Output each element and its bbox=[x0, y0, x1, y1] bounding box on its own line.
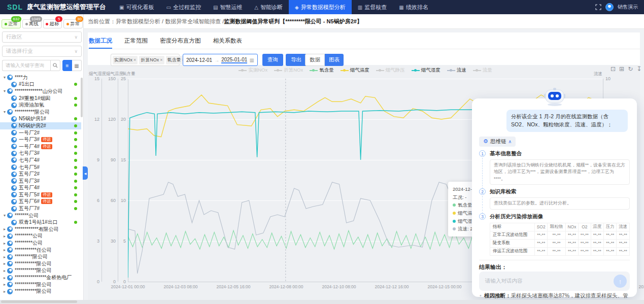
tree-expander-icon[interactable]: ▸ bbox=[2, 255, 7, 259]
tree-node-xxxx力[interactable]: ▾****力 bbox=[0, 74, 81, 81]
status-filter-超标[interactable]: 超标5 bbox=[43, 19, 62, 28]
zoom-reset-icon[interactable]: ⊞ bbox=[619, 65, 624, 73]
legend-烟气湿度[interactable]: 烟气湿度 bbox=[412, 67, 440, 74]
avatar[interactable] bbox=[605, 3, 614, 11]
nav-item-智慧运维[interactable]: ▤智慧运维 bbox=[207, 0, 248, 14]
legend-烟气温度[interactable]: 烟气温度 bbox=[341, 67, 369, 74]
export-button[interactable]: 导出 bbox=[286, 54, 307, 66]
nav-item-可视化看板[interactable]: ▣可视化看板 bbox=[113, 0, 160, 14]
chat-input[interactable]: 请输入对话内容 ↑ bbox=[479, 272, 630, 291]
tree-expander-icon[interactable]: ▸ bbox=[2, 261, 7, 266]
tree-expander-icon[interactable]: ▸ bbox=[2, 289, 7, 294]
tab-密度分布直方图[interactable]: 密度分布直方图 bbox=[160, 32, 201, 49]
tree-node-xxxxxxxxx公司[interactable]: ▸*********公司 bbox=[0, 233, 81, 240]
tree-node-xxxxxxxxxxxxxx山分公司[interactable]: ▾**************山分公司 bbox=[0, 88, 81, 95]
tab-相关系数表[interactable]: 相关系数表 bbox=[213, 32, 243, 49]
indicator-multiselect[interactable]: 实测NOx×折算NOx×氧含量×... bbox=[111, 54, 180, 66]
tree-node-五号厂4#[interactable]: 五号厂4# bbox=[0, 185, 81, 192]
tree-expander-icon[interactable]: ▸ bbox=[2, 227, 7, 231]
tag-remove-icon[interactable]: × bbox=[133, 57, 136, 62]
tree-expander-icon[interactable]: ▾ bbox=[2, 75, 7, 80]
legend-氧含量[interactable]: 氧含量 bbox=[310, 67, 334, 74]
user-name[interactable]: 销售演示 bbox=[618, 4, 638, 11]
tree-node-五号厂5#[interactable]: 五号厂5#停运 bbox=[0, 191, 81, 198]
tab-数据工况[interactable]: 数据工况 bbox=[89, 32, 112, 49]
tree-node-xxxxxxxxx公司[interactable]: ▸*********公司 bbox=[0, 240, 81, 247]
grid-view-button[interactable]: ▦ bbox=[72, 60, 82, 71]
nav-item-异常数据模型分析[interactable]: ◈异常数据模型分析 bbox=[289, 0, 352, 14]
tree-expander-icon[interactable]: ▸ bbox=[2, 282, 7, 287]
legend-流速[interactable]: 流速 bbox=[447, 67, 466, 74]
tree-node-xxxxxxxxxxx限公司[interactable]: ▸***********限公司 bbox=[0, 267, 81, 275]
tree-node-xxxxxxxxxxx限公司[interactable]: ▸***********限公司 bbox=[0, 260, 81, 267]
tree-node-七号厂3#[interactable]: 七号厂3# bbox=[0, 150, 81, 157]
chain-of-thought-toggle[interactable]: ⚙ 思维链 ∧ bbox=[479, 137, 516, 147]
tree-node-#1出口[interactable]: #1出口 bbox=[0, 81, 81, 88]
tree-node-xxxxxxxxxxx限公司[interactable]: ▸***********限公司 bbox=[0, 281, 81, 288]
tree-node-润滑油加氢[interactable]: 润滑油加氢 bbox=[0, 102, 81, 109]
date-start[interactable]: 2024-12-01 bbox=[186, 57, 212, 63]
refresh-icon[interactable]: ↻ bbox=[628, 65, 633, 73]
legend-实测NOx[interactable]: 实测NOx bbox=[239, 67, 267, 74]
tree-node-N5锅炉房2#[interactable]: N5锅炉房2# bbox=[0, 122, 81, 129]
status-filter-正常[interactable]: 正常632 bbox=[2, 19, 21, 28]
tree-node-七号厂4#[interactable]: 七号厂4# bbox=[0, 157, 81, 164]
company-icon bbox=[7, 88, 13, 94]
tree-node-xxxxxxx公司[interactable]: ▾*******公司 bbox=[0, 212, 81, 219]
tree-node-xxxxxxxxxx限公司[interactable]: ▾**********限公司 bbox=[0, 109, 81, 116]
tree-node-xxxxxxxxxxx限公司[interactable]: ▸***********限公司 bbox=[0, 288, 81, 295]
legend-烟气静压[interactable]: 烟气静压 bbox=[376, 67, 405, 74]
region-select[interactable]: 行政区 ∨ bbox=[2, 31, 82, 43]
tree-expander-icon[interactable]: ▾ bbox=[2, 89, 7, 93]
tree-node-五号厂3#[interactable]: 五号厂3# bbox=[0, 178, 81, 185]
nav-item-绩效排名[interactable]: ▦绩效排名 bbox=[393, 0, 434, 14]
tree-node-双青1号站1#出口[interactable]: 双青1号站1#出口 bbox=[0, 219, 81, 226]
nav-item-监督核查[interactable]: ▥监督核查 bbox=[352, 0, 393, 14]
tree-node-xxxxxxxxxxx任公司[interactable]: ▸***********任公司 bbox=[0, 247, 81, 254]
tree-expander-icon[interactable]: ▸ bbox=[2, 268, 7, 273]
sidebar-scrollbar[interactable] bbox=[81, 78, 83, 117]
zoom-select-icon[interactable]: ⊡ bbox=[611, 65, 616, 73]
horizontal-scrollbar[interactable] bbox=[1, 300, 77, 303]
tree-node-五号厂6#[interactable]: 五号厂6#停运 bbox=[0, 198, 81, 206]
fullscreen-icon[interactable] bbox=[595, 4, 601, 10]
data-view-button[interactable]: 数据 bbox=[305, 54, 325, 66]
tree-node-七号厂5#[interactable]: 七号厂5# bbox=[0, 164, 81, 171]
status-dot bbox=[46, 23, 48, 25]
industry-select[interactable]: 请选择行业 ∨ bbox=[2, 46, 82, 57]
tree-node-xxxxxxxxxxxx有限公司[interactable]: ▸************有限公司 bbox=[0, 226, 81, 233]
search-button[interactable] bbox=[50, 60, 60, 71]
legend-折算NOx[interactable]: 折算NOx bbox=[274, 67, 303, 74]
download-icon[interactable]: ↧ bbox=[636, 65, 641, 73]
tree-node-N5锅炉房1#[interactable]: N5锅炉房1# bbox=[0, 116, 81, 123]
tree-node-五号厂2#[interactable]: 五号厂2# bbox=[0, 171, 81, 178]
tree-node-一号厂3#[interactable]: 一号厂3#停运 bbox=[0, 136, 81, 143]
tree-node-2#重整1#烟囱[interactable]: 2#重整1#烟囱 bbox=[0, 95, 81, 102]
tree-node-五号厂7#[interactable]: 五号厂7# bbox=[0, 205, 81, 212]
chart-view-button[interactable]: 图表 bbox=[325, 54, 344, 66]
tab-正常范围[interactable]: 正常范围 bbox=[124, 32, 148, 49]
send-button[interactable]: ↑ bbox=[614, 275, 627, 288]
list-view-button[interactable]: ≡ bbox=[62, 60, 72, 71]
nav-item-智能诊断[interactable]: △智能诊断 bbox=[248, 0, 289, 14]
tag-remove-icon[interactable]: × bbox=[160, 57, 162, 62]
tree-expander-icon[interactable]: ▸ bbox=[2, 248, 7, 252]
date-range-picker[interactable]: 2024-12-01 → 2025-01-01 ▦ bbox=[183, 54, 258, 66]
date-end[interactable]: 2025-01-01 bbox=[221, 57, 247, 63]
tree-expander-icon[interactable]: ▾ bbox=[2, 213, 7, 218]
nav-item-全过程监控[interactable]: ▭全过程监控 bbox=[160, 0, 207, 14]
tree-expander-icon[interactable]: ▸ bbox=[2, 234, 7, 239]
tree-node-xxxxxxxxxxxxxxxx金桥热电厂[interactable]: ▸****************金桥热电厂 bbox=[0, 274, 81, 281]
tree-node-一号厂4#[interactable]: 一号厂4#停运 bbox=[0, 143, 81, 150]
sidebar-collapse-handle[interactable]: ◀ bbox=[83, 166, 88, 180]
tree-expander-icon[interactable]: ▾ bbox=[2, 110, 7, 114]
status-filter-离线[interactable]: 离线1049 bbox=[22, 19, 42, 28]
tree-node-一号厂2#[interactable]: 一号厂2# bbox=[0, 129, 81, 137]
status-filter-异常[interactable]: 异常30 bbox=[63, 19, 83, 28]
tree-expander-icon[interactable]: ▸ bbox=[2, 276, 7, 280]
legend-流量[interactable]: 流量 bbox=[473, 67, 492, 74]
tree-node-xxxxxxxxx限公司[interactable]: ▸*********限公司 bbox=[0, 253, 81, 260]
search-input[interactable]: 请输入关键字查询 bbox=[2, 60, 50, 71]
query-button[interactable]: 查询 bbox=[262, 54, 283, 66]
tree-expander-icon[interactable]: ▸ bbox=[2, 241, 7, 246]
